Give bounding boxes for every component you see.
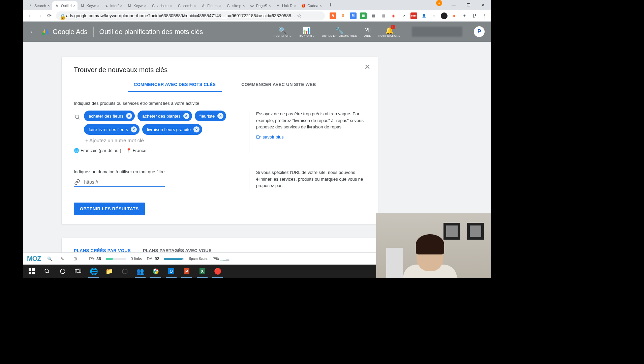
moz-links-count: 0 links [131,256,142,261]
browser-tab[interactable]: Gsite:p× [224,1,247,10]
reload-button[interactable]: ⟳ [44,11,54,21]
search-button[interactable] [40,265,55,278]
svg-rect-3 [29,268,31,271]
moz-da-icon[interactable]: ⊞ [71,255,79,263]
header-help-button[interactable]: ?⃝ AIDE [364,26,371,37]
browser-tab[interactable]: 🎁Cadea× [299,1,324,10]
extensions-puzzle-icon[interactable]: ✦ [461,12,468,19]
ext-icon-12[interactable] [441,12,448,19]
moz-da-bar [164,258,184,260]
taskbar-explorer[interactable]: 📁 [102,265,117,278]
language-selector[interactable]: 🌐 Français (par défaut) [74,148,121,153]
tab-title: Keyw [87,4,96,8]
bookmark-star-icon[interactable]: ☆ [297,12,302,19]
moz-da-label: DA: 92 [147,256,159,261]
domain-filter-input[interactable] [84,179,165,185]
browser-tab[interactable]: *Search× [26,1,52,10]
close-window-button[interactable]: ✕ [476,0,491,10]
new-tab-button[interactable]: + [327,1,335,9]
tab-close-icon[interactable]: × [73,3,75,8]
taskbar-excel[interactable]: X [195,265,210,278]
ext-icon-1[interactable]: ↯ [330,12,336,19]
ext-icon-9[interactable]: desc [410,12,417,19]
chip-remove-icon[interactable]: × [126,113,132,119]
chip-remove-icon[interactable]: × [131,126,137,132]
learn-more-link[interactable]: En savoir plus [256,134,370,141]
tab-start-with-website[interactable]: COMMENCER AVEC UN SITE WEB [235,78,322,92]
add-keyword-input[interactable]: + Ajoutez un autre mot clé [85,135,236,146]
link-icon [74,179,81,185]
taskbar-app-hex[interactable]: ⬡ [117,265,132,278]
ext-icon-8[interactable]: ↗ [400,12,407,19]
browser-tab[interactable]: ↯interf× [102,1,124,10]
chrome-menu-button[interactable]: ⋮ [481,12,488,19]
tab-close-icon[interactable]: × [320,3,322,8]
keywords-hint: Essayez de ne pas être trop précis ni tr… [249,111,370,153]
browser-tab[interactable]: Gcomb× [175,1,198,10]
address-bar[interactable]: 🔒 ads.google.com/aw/keywordplanner/home?… [56,11,325,20]
browser-tab[interactable]: AFleurs× [198,1,223,10]
tab-title: Fleurs [207,4,218,8]
taskbar-outlook[interactable]: O [164,265,179,278]
ext-icon-3[interactable]: M [350,12,357,19]
moz-inspect-icon[interactable]: 🔍 [45,255,54,263]
tab-close-icon[interactable]: × [97,3,99,8]
moz-highlight-icon[interactable]: ✎ [58,255,66,263]
maximize-button[interactable]: ❐ [461,0,476,10]
ext-icon-6[interactable]: ▥ [380,12,387,19]
ext-icon-11[interactable]: ○ [431,12,437,19]
tab-close-icon[interactable]: × [219,3,221,8]
minimize-button[interactable]: — [446,0,461,10]
location-selector[interactable]: 📍 France [126,148,146,153]
ext-icon-13[interactable]: ◆ [451,12,458,19]
taskbar-teams[interactable]: 👥 [133,265,148,278]
browser-tab[interactable]: MKeyw× [125,1,148,10]
ext-icon-2[interactable]: Ξ [340,12,346,19]
tab-close-icon[interactable]: × [120,3,122,8]
google-ads-logo-icon [41,27,50,36]
browser-tab[interactable]: AOutil d× [52,1,78,10]
taskbar-powerpoint[interactable]: P [179,265,194,278]
tab-close-icon[interactable]: × [243,3,245,8]
browser-tab[interactable]: <>PageS× [247,1,273,10]
browser-tab[interactable]: MLink R× [273,1,298,10]
moz-pa-bar [106,258,126,260]
ext-icon-5[interactable]: ▤ [370,12,377,19]
browser-tab[interactable]: MKeyw× [78,1,101,10]
keyword-chips-container[interactable]: acheter des fleurs×acheter des plantes×f… [84,111,236,135]
tab-close-icon[interactable]: × [170,3,172,8]
wrench-icon: 🔧 [335,26,344,34]
tab-close-icon[interactable]: × [144,3,146,8]
header-back-button[interactable]: ← [29,27,36,36]
header-reports-button[interactable]: 📊 RAPPORTS [299,26,314,37]
chrome-profile-button[interactable]: ● [436,0,442,6]
ext-icon-10[interactable]: 👤 [421,12,427,19]
cortana-button[interactable] [55,265,70,278]
tab-close-icon[interactable]: × [48,3,50,8]
ext-icon-7[interactable]: ◐ [390,12,397,19]
user-avatar[interactable]: P [474,26,485,37]
tab-close-icon[interactable]: × [269,3,271,8]
taskbar-edge[interactable]: 🌐 [86,265,101,278]
header-search-button[interactable]: 🔍 RECHERCHE [273,26,291,37]
ext-icon-4[interactable]: ⊞ [360,12,367,19]
tab-close-icon[interactable]: × [294,3,296,8]
header-tools-button[interactable]: 🔧 OUTILS ET PARAMÈTRES [322,26,357,37]
task-view-button[interactable] [71,265,86,278]
chip-remove-icon[interactable]: × [217,113,223,119]
close-icon[interactable]: ✕ [364,63,370,71]
svg-rect-4 [32,268,35,271]
browser-tab[interactable]: Gachete× [149,1,174,10]
header-notifications-button[interactable]: 🔔 NOTIFICATIONS [378,26,400,37]
taskbar-chrome[interactable] [148,265,163,278]
ext-icon-p[interactable]: P [471,12,478,19]
start-button[interactable] [24,265,39,278]
back-button[interactable]: ← [26,11,35,21]
get-results-button[interactable]: OBTENIR LES RÉSULTATS [74,203,145,215]
chip-remove-icon[interactable]: × [193,126,200,132]
tab-start-with-keywords[interactable]: COMMENCER AVEC DES MOTS CLÉS [128,78,222,92]
chip-remove-icon[interactable]: × [183,113,189,119]
tab-close-icon[interactable]: × [194,3,196,8]
taskbar-recorder[interactable]: 🔴 [210,265,225,278]
forward-button[interactable]: → [35,11,44,21]
